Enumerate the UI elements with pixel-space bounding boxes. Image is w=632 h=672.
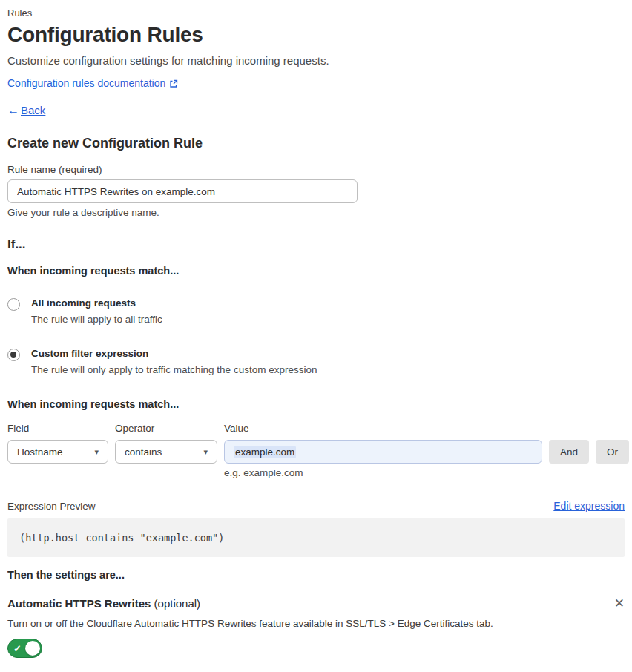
setting-title-name: Automatic HTTPS Rewrites [7, 597, 151, 610]
field-label: Field [7, 423, 108, 435]
value-input-text: example.com [234, 446, 296, 458]
filter-builder-row: Field Hostname ▾ Operator contains ▾ Val… [7, 423, 625, 479]
filter-match-heading: When incoming requests match... [7, 398, 625, 411]
radio-label: All incoming requests [31, 297, 162, 309]
edit-expression-link[interactable]: Edit expression [553, 500, 625, 512]
radio-option-custom-filter[interactable]: Custom filter expression The rule will o… [7, 348, 625, 376]
radio-description: The rule will only apply to traffic matc… [31, 364, 317, 376]
field-select-value: Hostname [17, 447, 63, 458]
value-label: Value [224, 423, 542, 435]
setting-card-automatic-https-rewrites: Automatic HTTPS Rewrites (optional) ✕ Tu… [7, 590, 625, 658]
value-input[interactable]: example.com [224, 440, 542, 464]
page-title: Configuration Rules [7, 22, 625, 47]
chevron-down-icon: ▾ [203, 448, 208, 456]
setting-description: Turn on or off the Cloudflare Automatic … [7, 618, 625, 630]
and-button[interactable]: And [549, 440, 589, 464]
page-subtitle: Customize configuration settings for mat… [7, 54, 625, 67]
rule-name-help: Give your rule a descriptive name. [7, 207, 625, 219]
value-help-text: e.g. example.com [224, 467, 542, 479]
automatic-https-rewrites-toggle[interactable]: ✓ [7, 639, 42, 658]
configuration-rules-page: Rules Configuration Rules Customize conf… [0, 0, 632, 672]
section-divider [7, 228, 625, 228]
radio-unselected-icon[interactable] [7, 298, 20, 311]
setting-title: Automatic HTTPS Rewrites (optional) [7, 597, 200, 610]
then-settings-heading: Then the settings are... [7, 569, 625, 582]
field-select[interactable]: Hostname ▾ [7, 440, 108, 464]
radio-option-all-requests[interactable]: All incoming requests The rule will appl… [7, 297, 625, 326]
rule-name-input[interactable] [7, 179, 358, 203]
documentation-link[interactable]: Configuration rules documentation [7, 77, 165, 90]
radio-label: Custom filter expression [31, 348, 317, 360]
expression-preview-label: Expression Preview [7, 501, 96, 512]
breadcrumb: Rules [7, 7, 625, 19]
close-icon[interactable]: ✕ [614, 597, 625, 610]
rule-name-label: Rule name (required) [7, 164, 625, 176]
create-rule-heading: Create new Configuration Rule [7, 135, 625, 151]
expression-code-block: (http.host contains "example.com") [7, 518, 625, 557]
expression-preview-row: Expression Preview Edit expression [7, 500, 625, 512]
back-arrow-icon: ← [7, 104, 19, 117]
back-link[interactable]: Back [21, 104, 45, 117]
operator-select[interactable]: contains ▾ [115, 440, 217, 464]
operator-label: Operator [115, 423, 217, 435]
or-button[interactable]: Or [596, 440, 629, 464]
match-heading: When incoming requests match... [7, 265, 625, 277]
radio-selected-icon[interactable] [7, 349, 20, 361]
toggle-knob [25, 641, 40, 656]
setting-title-optional: (optional) [151, 597, 200, 610]
check-icon: ✓ [13, 642, 22, 655]
external-link-icon [169, 79, 178, 88]
radio-description: The rule will apply to all traffic [31, 314, 162, 326]
if-heading: If... [7, 237, 625, 252]
chevron-down-icon: ▾ [94, 448, 99, 456]
operator-select-value: contains [125, 447, 162, 458]
